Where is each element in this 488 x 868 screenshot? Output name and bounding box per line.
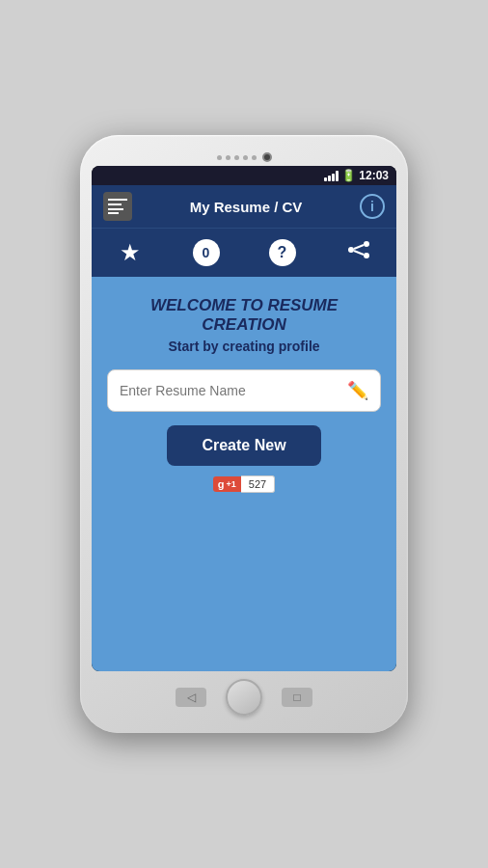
main-content: WELCOME TO RESUME CREATION Start by crea…: [92, 277, 396, 671]
signal-icon: [324, 170, 339, 181]
share-icon: [347, 240, 370, 265]
status-icons: 🔋 12:03: [324, 169, 389, 182]
welcome-title: WELCOME TO RESUME CREATION: [107, 296, 381, 335]
nav-toolbar: ★ 0 ?: [92, 228, 396, 277]
svg-point-5: [348, 247, 354, 253]
resume-name-input[interactable]: [120, 383, 347, 398]
google-plus-button[interactable]: g +1: [213, 476, 241, 492]
phone-screen: 🔋 12:03 My Resume / CV i ★: [92, 166, 396, 671]
svg-line-8: [354, 251, 364, 255]
phone-device: 🔋 12:03 My Resume / CV i ★: [80, 135, 408, 733]
info-button[interactable]: i: [360, 194, 385, 219]
gplus-label: g: [218, 478, 225, 490]
svg-point-4: [364, 241, 369, 247]
help-button[interactable]: ?: [264, 234, 301, 271]
svg-rect-2: [108, 208, 123, 210]
menu-button[interactable]: □: [282, 688, 312, 707]
back-button[interactable]: ◁: [176, 688, 206, 707]
svg-point-6: [364, 253, 369, 258]
back-icon: ◁: [187, 691, 196, 704]
resume-input-container[interactable]: ✏️: [107, 369, 381, 412]
home-button[interactable]: [226, 679, 262, 716]
resume-logo-icon[interactable]: [103, 192, 132, 221]
count-button[interactable]: 0: [188, 234, 225, 271]
battery-icon: 🔋: [341, 169, 356, 182]
speaker: [217, 155, 257, 160]
svg-rect-3: [108, 212, 119, 214]
pencil-icon: ✏️: [347, 380, 368, 401]
favorites-button[interactable]: ★: [112, 234, 149, 271]
app-header: My Resume / CV i: [92, 185, 396, 228]
app-title: My Resume / CV: [190, 199, 303, 215]
star-icon: ★: [120, 239, 141, 266]
welcome-subtitle: Start by creating profile: [168, 339, 319, 354]
time-display: 12:03: [359, 169, 389, 182]
share-button[interactable]: [340, 234, 377, 271]
gplus-count: 527: [241, 475, 275, 493]
google-plus-badge[interactable]: g +1 527: [213, 475, 275, 493]
svg-line-7: [354, 245, 364, 249]
menu-icon: □: [293, 691, 300, 704]
phone-bottom-bar: ◁ □: [176, 671, 312, 721]
svg-rect-1: [108, 203, 122, 205]
question-icon: ?: [269, 239, 296, 266]
status-bar: 🔋 12:03: [92, 166, 396, 185]
count-badge: 0: [193, 239, 220, 266]
svg-rect-0: [108, 199, 127, 201]
phone-top-bar: [92, 147, 396, 166]
create-new-button[interactable]: Create New: [167, 425, 320, 466]
front-camera: [262, 152, 272, 162]
